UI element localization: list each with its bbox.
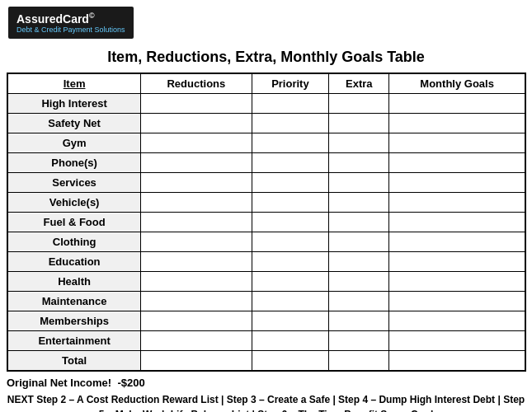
table-row: Fuel & Food [7,212,525,232]
row-monthly-goals[interactable] [389,330,525,350]
row-priority[interactable] [252,311,329,330]
row-monthly-goals[interactable] [389,93,525,113]
footer-priority [252,350,329,371]
table-row: Memberships [7,311,525,330]
table-row: Services [7,172,525,192]
row-monthly-goals[interactable] [389,212,525,232]
row-priority[interactable] [252,152,329,172]
row-monthly-goals[interactable] [389,172,525,192]
row-priority[interactable] [252,232,329,251]
col-header-priority: Priority [252,73,329,94]
table-row: High Interest [7,93,525,113]
table-footer-row: Total [7,350,525,371]
row-monthly-goals[interactable] [389,271,525,291]
row-priority[interactable] [252,212,329,232]
table-row: Safety Net [7,113,525,133]
row-item-label: Memberships [7,311,141,330]
row-extra[interactable] [329,271,389,291]
row-extra[interactable] [329,251,389,271]
row-reductions[interactable] [141,152,252,172]
row-item-label: Services [7,172,141,192]
row-priority[interactable] [252,291,329,311]
footer-reductions [141,350,252,371]
row-item-label: Maintenance [7,291,141,311]
net-income-value: -$200 [117,377,144,389]
col-header-reductions: Reductions [141,73,252,94]
row-priority[interactable] [252,93,329,113]
row-reductions[interactable] [141,271,252,291]
row-extra[interactable] [329,93,389,113]
table-row: Gym [7,133,525,152]
row-priority[interactable] [252,133,329,152]
row-monthly-goals[interactable] [389,152,525,172]
row-reductions[interactable] [141,172,252,192]
row-extra[interactable] [329,311,389,330]
row-monthly-goals[interactable] [389,291,525,311]
row-reductions[interactable] [141,133,252,152]
row-monthly-goals[interactable] [389,251,525,271]
row-item-label: Gym [7,133,141,152]
table-row: Health [7,271,525,291]
row-item-label: Clothing [7,232,141,251]
row-priority[interactable] [252,113,329,133]
logo-title: AssuredCard© [16,12,125,26]
net-income-label: Original Net Income! [7,377,111,389]
row-item-label: Safety Net [7,113,141,133]
row-item-label: Phone(s) [7,152,141,172]
col-header-item: Item [7,73,141,94]
row-reductions[interactable] [141,251,252,271]
table-row: Maintenance [7,291,525,311]
footer-label: Total [7,350,141,371]
row-priority[interactable] [252,271,329,291]
row-item-label: Fuel & Food [7,212,141,232]
row-reductions[interactable] [141,93,252,113]
row-priority[interactable] [252,192,329,212]
row-reductions[interactable] [141,113,252,133]
row-item-label: High Interest [7,93,141,113]
next-steps: NEXT Step 2 – A Cost Reduction Reward Li… [7,392,525,412]
row-extra[interactable] [329,330,389,350]
table-row: Phone(s) [7,152,525,172]
row-item-label: Vehicle(s) [7,192,141,212]
main-table: Item Reductions Priority Extra Monthly G… [7,73,526,372]
row-reductions[interactable] [141,291,252,311]
page-title: Item, Reductions, Extra, Monthly Goals T… [0,49,532,66]
logo-area: AssuredCard© Debt & Credit Payment Solut… [8,7,134,39]
row-monthly-goals[interactable] [389,192,525,212]
row-reductions[interactable] [141,330,252,350]
col-header-monthly-goals: Monthly Goals [389,73,525,94]
row-monthly-goals[interactable] [389,232,525,251]
row-extra[interactable] [329,232,389,251]
row-item-label: Education [7,251,141,271]
logo-subtitle: Debt & Credit Payment Solutions [16,26,125,34]
row-reductions[interactable] [141,192,252,212]
footer-extra [329,350,389,371]
row-extra[interactable] [329,152,389,172]
row-monthly-goals[interactable] [389,133,525,152]
row-item-label: Health [7,271,141,291]
row-monthly-goals[interactable] [389,311,525,330]
row-extra[interactable] [329,133,389,152]
table-row: Education [7,251,525,271]
row-priority[interactable] [252,172,329,192]
row-extra[interactable] [329,113,389,133]
row-priority[interactable] [252,251,329,271]
col-header-extra: Extra [329,73,389,94]
row-extra[interactable] [329,192,389,212]
net-income: Original Net Income! -$200 [7,377,525,389]
row-extra[interactable] [329,172,389,192]
row-reductions[interactable] [141,311,252,330]
row-extra[interactable] [329,212,389,232]
footer-monthly-goals [389,350,525,371]
row-reductions[interactable] [141,232,252,251]
table-row: Entertainment [7,330,525,350]
row-reductions[interactable] [141,212,252,232]
row-monthly-goals[interactable] [389,113,525,133]
table-row: Vehicle(s) [7,192,525,212]
row-priority[interactable] [252,330,329,350]
table-row: Clothing [7,232,525,251]
row-item-label: Entertainment [7,330,141,350]
row-extra[interactable] [329,291,389,311]
table-header-row: Item Reductions Priority Extra Monthly G… [7,73,525,94]
